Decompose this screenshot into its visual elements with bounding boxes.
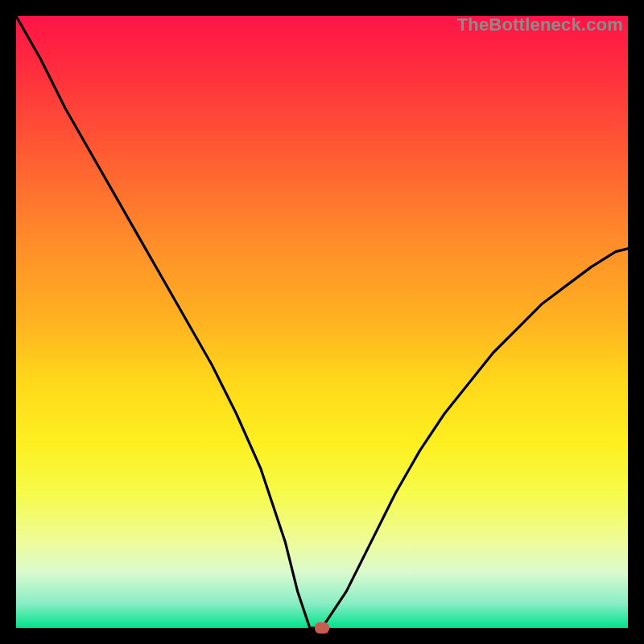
curve-path xyxy=(16,16,628,628)
bottleneck-curve xyxy=(16,16,628,628)
optimum-marker xyxy=(315,622,329,634)
plot-area: TheBottleneck.com xyxy=(16,16,628,628)
chart-frame: TheBottleneck.com xyxy=(0,0,644,644)
